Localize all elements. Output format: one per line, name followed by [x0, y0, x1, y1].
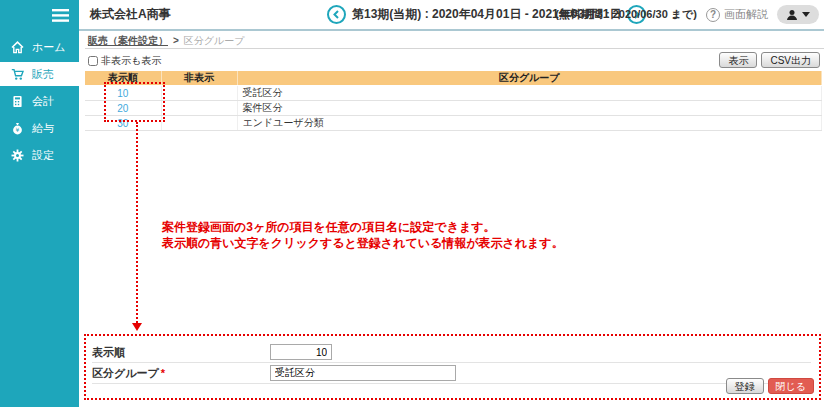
- sidebar-item-sales[interactable]: 販売: [0, 62, 79, 86]
- group-cell: 受託区分: [237, 86, 822, 101]
- show-hidden-checkbox[interactable]: [88, 56, 98, 66]
- home-icon: [11, 41, 24, 54]
- sidebar-item-label: ホーム: [32, 40, 66, 55]
- table-header-row: 表示順 非表示 区分グループ: [85, 71, 822, 86]
- sidebar-item-label: 会計: [32, 94, 54, 109]
- group-input[interactable]: [270, 365, 456, 381]
- top-header: 株式会社A商事 第13期(当期) : 2020年04月01日 - 2021年03…: [0, 0, 824, 31]
- show-hidden-control: 非表示も表示: [88, 54, 161, 68]
- sidebar-item-home[interactable]: ホーム: [0, 35, 79, 59]
- company-name: 株式会社A商事: [90, 0, 171, 29]
- hidden-cell: [161, 116, 237, 131]
- chevron-down-icon: [802, 12, 810, 17]
- breadcrumb: 販売（案件設定） > 区分グループ: [85, 33, 824, 49]
- form-action-buttons: 登録 閉じる: [726, 378, 814, 394]
- table-row: 30 エンドユーザ分類: [85, 116, 822, 131]
- column-header-hidden: 非表示: [161, 71, 237, 86]
- hamburger-menu-button[interactable]: [0, 0, 79, 31]
- order-input[interactable]: [270, 344, 332, 360]
- sidebar-item-label: 設定: [32, 148, 54, 163]
- csv-export-button[interactable]: CSV出力: [761, 52, 820, 68]
- form-row-group: 区分グループ*: [92, 363, 811, 384]
- annotation-arrow-head: [132, 323, 142, 331]
- table-row: 20 案件区分: [85, 101, 822, 116]
- sidebar-item-label: 販売: [32, 67, 54, 82]
- annotation-arrow-line: [136, 122, 138, 323]
- table-row: 10 受託区分: [85, 86, 822, 101]
- annotation-box-order-column: [104, 82, 165, 122]
- edit-form-panel: 表示順 区分グループ* 登録 閉じる: [84, 334, 821, 400]
- required-asterisk: *: [161, 367, 165, 379]
- previous-period-button[interactable]: [327, 5, 346, 24]
- hamburger-icon: [52, 9, 69, 22]
- sidebar-nav: ホーム 販売 会計 ¥ 給与 設定: [0, 31, 79, 407]
- payroll-icon: ¥: [11, 122, 24, 135]
- svg-text:¥: ¥: [16, 126, 20, 133]
- annotation-line-2: 表示順の青い文字をクリックすると登録されている情報が表示されます。: [162, 235, 564, 251]
- register-button[interactable]: 登録: [726, 378, 764, 394]
- annotation-line-1: 案件登録画面の3ヶ所の項目を任意の項目名に設定できます。: [162, 219, 564, 235]
- category-group-table: 表示順 非表示 区分グループ 10 受託区分 20 案件区分 30 エンドユーザ…: [85, 71, 822, 131]
- close-button[interactable]: 閉じる: [768, 378, 814, 394]
- show-hidden-label: 非表示も表示: [101, 54, 161, 68]
- sidebar-item-payroll[interactable]: ¥ 給与: [0, 116, 79, 140]
- form-row-order: 表示順: [92, 342, 811, 363]
- sidebar-item-settings[interactable]: 設定: [0, 143, 79, 167]
- breadcrumb-separator: >: [173, 35, 179, 46]
- app-window: 株式会社A商事 第13期(当期) : 2020年04月01日 - 2021年03…: [0, 0, 824, 407]
- column-header-group: 区分グループ: [237, 71, 822, 86]
- screen-help-button[interactable]: ? 画面解説: [706, 7, 768, 22]
- header-right-area: (無料期間 : 2020/06/30 まで) ? 画面解説: [555, 0, 819, 29]
- table-action-buttons: 表示 CSV出力: [719, 52, 820, 68]
- cart-icon: [11, 68, 24, 81]
- trial-period-label: (無料期間 : 2020/06/30 まで): [555, 7, 697, 22]
- group-field-label: 区分グループ*: [92, 366, 270, 381]
- group-cell: エンドユーザ分類: [237, 116, 822, 131]
- breadcrumb-current: 区分グループ: [184, 34, 245, 48]
- sidebar-item-label: 給与: [32, 121, 54, 136]
- group-cell: 案件区分: [237, 101, 822, 116]
- gear-icon: [11, 149, 24, 162]
- sidebar-item-accounting[interactable]: 会計: [0, 89, 79, 113]
- screen-help-label: 画面解説: [724, 7, 768, 22]
- user-menu-button[interactable]: [777, 5, 819, 24]
- question-icon: ?: [706, 8, 720, 22]
- order-field-label: 表示順: [92, 345, 270, 360]
- annotation-text: 案件登録画面の3ヶ所の項目を任意の項目名に設定できます。 表示順の青い文字をクリ…: [162, 219, 564, 251]
- user-icon: [786, 9, 798, 21]
- breadcrumb-parent-link[interactable]: 販売（案件設定）: [88, 34, 168, 48]
- hidden-cell: [161, 86, 237, 101]
- show-button[interactable]: 表示: [719, 52, 757, 68]
- calculator-icon: [11, 95, 24, 108]
- hidden-cell: [161, 101, 237, 116]
